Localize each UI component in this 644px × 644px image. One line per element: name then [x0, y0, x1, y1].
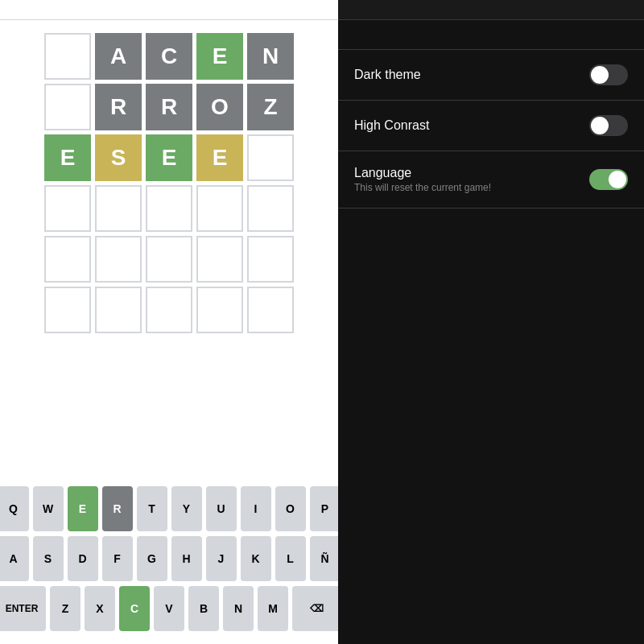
- keyboard-key[interactable]: X: [85, 586, 115, 631]
- settings-toggle[interactable]: [589, 115, 628, 136]
- settings-item: Dark theme: [338, 50, 644, 101]
- right-game-area: NIGHT Dark themeHigh ConrastLanguageThis…: [338, 20, 644, 644]
- keyboard-key[interactable]: K: [241, 536, 271, 581]
- right-panel: NIGHT Dark themeHigh ConrastLanguageThis…: [338, 0, 644, 644]
- grid-cell: [44, 236, 91, 283]
- grid-cell: [247, 185, 294, 232]
- grid-cell: [44, 287, 91, 333]
- right-header: [338, 0, 644, 20]
- grid-cell: [146, 185, 192, 232]
- settings-item-info: Dark theme: [354, 68, 421, 82]
- settings-item: LanguageThis will reset the current game…: [338, 151, 644, 208]
- grid-cell: [95, 287, 142, 333]
- keyboard-key[interactable]: A: [0, 536, 29, 581]
- grid-cell: R: [146, 84, 192, 130]
- grid-cell: S: [95, 134, 142, 181]
- grid-cell: N: [247, 33, 294, 80]
- settings-toggle[interactable]: [589, 169, 628, 190]
- grid-cell: [146, 236, 192, 283]
- settings-item-info: LanguageThis will reset the current game…: [354, 166, 491, 193]
- settings-item-label: Dark theme: [354, 68, 421, 82]
- keyboard-key[interactable]: O: [275, 486, 306, 531]
- key-row: ASDFGHJKLÑ: [6, 536, 332, 581]
- settings-modal: Dark themeHigh ConrastLanguageThis will …: [338, 20, 644, 644]
- grid-cell: R: [95, 84, 142, 130]
- keyboard-key[interactable]: Y: [171, 486, 202, 531]
- keyboard-key[interactable]: Q: [0, 486, 29, 531]
- left-header: [0, 0, 338, 20]
- keyboard-key[interactable]: E: [68, 486, 98, 531]
- keyboard-key[interactable]: N: [223, 586, 254, 631]
- grid-cell: Z: [247, 84, 294, 130]
- keyboard-key[interactable]: L: [275, 536, 306, 581]
- grid-cell: [44, 84, 91, 130]
- grid-cell: [247, 236, 294, 283]
- game-grid: ACENRROZESEE: [44, 33, 294, 333]
- left-keyboard: QWERTYUIOPASDFGHJKLÑENTERZXCVBNM⌫: [0, 486, 338, 631]
- keyboard-key[interactable]: D: [68, 536, 98, 581]
- keyboard-key[interactable]: F: [102, 536, 133, 581]
- settings-item-label: Language: [354, 166, 491, 180]
- settings-items: Dark themeHigh ConrastLanguageThis will …: [338, 50, 644, 208]
- keyboard-key[interactable]: Ñ: [310, 536, 341, 581]
- keyboard-key[interactable]: ⌫: [292, 586, 341, 631]
- keyboard-key[interactable]: H: [171, 536, 202, 581]
- grid-cell: [247, 287, 294, 333]
- keyboard-key[interactable]: S: [33, 536, 64, 581]
- grid-cell: [196, 236, 243, 283]
- grid-cell: [44, 185, 91, 232]
- grid-cell: E: [196, 33, 243, 80]
- grid-cell: C: [146, 33, 192, 80]
- keyboard-key[interactable]: V: [154, 586, 184, 631]
- key-row: ENTERZXCVBNM⌫: [6, 586, 332, 631]
- keyboard-key[interactable]: M: [258, 586, 288, 631]
- keyboard-key[interactable]: J: [206, 536, 237, 581]
- settings-item: High Conrast: [338, 101, 644, 151]
- grid-cell: E: [196, 134, 243, 181]
- toggle-knob: [591, 66, 609, 84]
- keyboard-key[interactable]: B: [188, 586, 219, 631]
- grid-cell: [95, 236, 142, 283]
- grid-cell: [146, 287, 192, 333]
- keyboard-key[interactable]: ENTER: [0, 586, 46, 631]
- settings-toggle[interactable]: [589, 64, 628, 85]
- toggle-knob: [591, 117, 609, 134]
- settings-item-sublabel: This will reset the current game!: [354, 182, 491, 193]
- keyboard-key[interactable]: U: [206, 486, 237, 531]
- left-panel: ACENRROZESEE QWERTYUIOPASDFGHJKLÑENTERZX…: [0, 0, 338, 644]
- keyboard-key[interactable]: P: [310, 486, 341, 531]
- keyboard-key[interactable]: Z: [50, 586, 80, 631]
- keyboard-key[interactable]: G: [137, 536, 167, 581]
- settings-item-label: High Conrast: [354, 118, 429, 133]
- grid-cell: E: [146, 134, 192, 181]
- toggle-knob: [609, 171, 626, 188]
- grid-cell: E: [44, 134, 91, 181]
- grid-cell: [196, 185, 243, 232]
- keyboard-key[interactable]: C: [119, 586, 150, 631]
- settings-item-info: High Conrast: [354, 118, 429, 133]
- key-row: QWERTYUIOP: [6, 486, 332, 531]
- keyboard-key[interactable]: I: [241, 486, 271, 531]
- grid-cell: A: [95, 33, 142, 80]
- grid-cell: [95, 185, 142, 232]
- keyboard-key[interactable]: W: [33, 486, 64, 531]
- grid-cell: O: [196, 84, 243, 130]
- keyboard-key[interactable]: T: [137, 486, 167, 531]
- keyboard-key[interactable]: R: [102, 486, 133, 531]
- grid-cell: [247, 134, 294, 181]
- settings-title: [338, 20, 644, 50]
- grid-cell: [196, 287, 243, 333]
- grid-cell: [44, 33, 91, 80]
